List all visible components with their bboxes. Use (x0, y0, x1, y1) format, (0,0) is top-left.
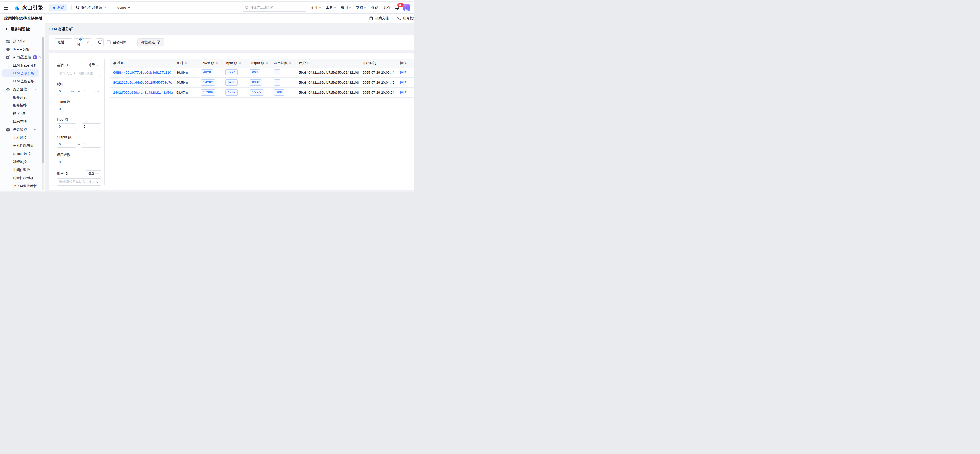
input-count-chip[interactable]: 4224 (225, 69, 238, 75)
sidebar-item-access-center[interactable]: 接入中心 (0, 37, 45, 45)
sort-icon[interactable] (185, 62, 187, 65)
sidebar-scrollbar[interactable] (43, 37, 44, 190)
sidebar-item-platform-self-monitor[interactable]: 平台自监控看板 (0, 182, 45, 190)
detail-link[interactable]: 详情 (400, 70, 407, 75)
sidebar-item-disk-performance[interactable]: 磁盘性能看板 (0, 174, 45, 182)
account-permission-button[interactable]: 账号权限 (396, 16, 414, 21)
session-id-operator-select[interactable]: 等于 (86, 62, 101, 68)
input-count-chip[interactable]: 5900 (225, 80, 238, 86)
sidebar-item-host-monitor[interactable]: 主机监控 (0, 134, 45, 142)
token-count-chip[interactable]: 14282 (201, 80, 215, 86)
column-header-output[interactable]: Output 数 (250, 61, 274, 65)
chevron-down-icon (86, 41, 89, 43)
user-id-combobox[interactable]: 请选择或回车输入，支... (57, 178, 101, 186)
sidebar-scrollbar-thumb[interactable] (43, 37, 44, 163)
help-docs-button[interactable]: 帮助文档 (369, 16, 389, 21)
refresh-button[interactable] (96, 38, 104, 46)
table-header-row: 会话 ID 耗时 Token 数 Input 数 Output 数 调用链数 用… (110, 59, 414, 68)
token-min-input[interactable] (59, 107, 74, 111)
detail-link[interactable]: 详情 (400, 90, 407, 95)
trace-count-chip[interactable]: 108 (274, 89, 285, 96)
session-id-link[interactable]: 69f884405c8077e3ee0db3e617ffe210 (113, 70, 171, 75)
session-id-link[interactable]: 1442df020b65dc4a48a4828d2c41a54a (113, 91, 173, 94)
nav-menu-icp[interactable]: 备案 (371, 5, 378, 10)
input-filter-label: Input 数 (57, 117, 101, 122)
column-header-token[interactable]: Token 数 (201, 61, 225, 65)
input-max-input[interactable] (84, 124, 99, 129)
sidebar-item-host-performance[interactable]: 主机性能看板 (0, 142, 45, 150)
sidebar-header[interactable]: 服务端监控 (0, 23, 45, 35)
tag-filter-button[interactable]: 标签筛选 (137, 38, 164, 46)
sidebar-item-llm-trace-analysis[interactable]: LLM Trace 分析 (0, 62, 45, 70)
session-id-link[interactable]: 802f2917b2da64e5c00b2f5050708d7d (113, 81, 172, 84)
sidebar-item-process-monitor[interactable]: 进程监控 (0, 158, 45, 166)
global-search[interactable] (242, 4, 306, 12)
trace-count-min-input[interactable] (59, 160, 74, 164)
sidebar-item-service-list[interactable]: 服务列表 (0, 94, 45, 102)
sort-icon[interactable] (289, 62, 291, 65)
output-count-chip[interactable]: 15577 (250, 89, 264, 96)
output-count-chip[interactable]: 604 (250, 69, 260, 75)
sidebar-item-docker-monitor[interactable]: Docker监控 (0, 150, 45, 158)
sidebar-item-service-monitor[interactable]: 服务监控 (0, 85, 45, 94)
nav-menu-support[interactable]: 支持 (356, 5, 366, 10)
user-id-operator-select[interactable]: 包含 (86, 170, 101, 177)
global-search-input[interactable] (250, 6, 304, 10)
nav-menu-billing[interactable]: 费用 (341, 5, 352, 10)
detail-link[interactable]: 详情 (400, 80, 407, 85)
trace-count-chip[interactable]: 5 (274, 80, 280, 86)
hamburger-menu-icon[interactable] (4, 6, 8, 10)
nav-menu-enterprise[interactable]: 企业 (311, 5, 321, 10)
sort-icon[interactable] (239, 62, 241, 65)
chevron-down-icon (97, 173, 99, 174)
column-header-actions: 操作 (396, 59, 414, 68)
input-count-chip[interactable]: 1732 (225, 89, 238, 96)
time-range-select[interactable]: 1小时 (74, 38, 92, 46)
brand-logo[interactable]: 火山引擎 (14, 4, 43, 11)
column-header-start-time: 开始时间 (363, 61, 396, 65)
sort-icon[interactable] (216, 62, 218, 65)
grid-icon (6, 39, 10, 43)
sidebar-item-basic-monitor[interactable]: 基础监控 (0, 126, 45, 134)
user-avatar[interactable]: ✦ (403, 4, 410, 11)
chevron-up-icon[interactable] (38, 56, 41, 58)
sort-icon[interactable] (266, 62, 268, 65)
output-max-input[interactable] (84, 142, 99, 146)
notifications-button[interactable]: 99+ (395, 5, 399, 10)
auto-refresh-label: 自动刷新 (113, 40, 126, 45)
trace-count-max-input[interactable] (84, 160, 99, 164)
sidebar-item-ai-scene-monitor[interactable]: AI 场景监控 AI (0, 53, 45, 62)
output-min-input[interactable] (59, 142, 74, 146)
token-count-chip[interactable]: 4828 (201, 69, 213, 75)
sidebar-item-middleware-monitor[interactable]: 中间件监控 (0, 166, 45, 174)
sidebar-item-service-topology[interactable]: 服务拓扑 (0, 101, 45, 110)
duration-max-input[interactable] (84, 89, 94, 93)
sidebar-item-llm-session-analysis[interactable]: LLM 会话分析 ... (2, 69, 39, 77)
sidebar-item-error-analysis[interactable]: 错误分析 (0, 110, 45, 118)
account-scope-switcher[interactable]: 账号全部资源 (76, 5, 106, 10)
chevron-up-icon[interactable] (33, 129, 36, 131)
sidebar-item-log-query[interactable]: 日志查询 (0, 118, 45, 126)
chevron-up-icon[interactable] (33, 88, 36, 90)
trace-count-chip[interactable]: 5 (274, 69, 280, 75)
nav-menu-docs[interactable]: 文档 (383, 5, 390, 10)
nav-menu-tools[interactable]: 工具 (326, 5, 336, 10)
back-chevron-icon[interactable] (5, 27, 8, 30)
region-switcher[interactable]: demo (112, 6, 130, 10)
token-count-chip[interactable]: 17309 (201, 89, 215, 96)
input-min-input[interactable] (59, 124, 74, 129)
token-max-input[interactable] (84, 107, 99, 111)
column-header-duration[interactable]: 耗时 (176, 61, 201, 65)
output-count-chip[interactable]: 8382 (250, 80, 262, 86)
column-header-input[interactable]: Input 数 (225, 61, 250, 65)
sidebar-item-llm-dashboard[interactable]: LLM 监控看板 ... (0, 77, 45, 85)
time-mode-select[interactable]: 最近 (55, 38, 72, 46)
column-header-trace-count[interactable]: 调用链数 (274, 61, 299, 65)
duration-min-input[interactable] (59, 89, 69, 93)
overview-button[interactable]: 总览 (49, 4, 67, 11)
sidebar-item-trace-analysis[interactable]: Trace 分析 (0, 45, 45, 54)
auto-refresh-checkbox[interactable] (107, 40, 111, 44)
session-id-search-input[interactable] (57, 70, 101, 77)
trace-count-range: – (57, 159, 101, 165)
volcano-logo-icon (14, 5, 21, 11)
